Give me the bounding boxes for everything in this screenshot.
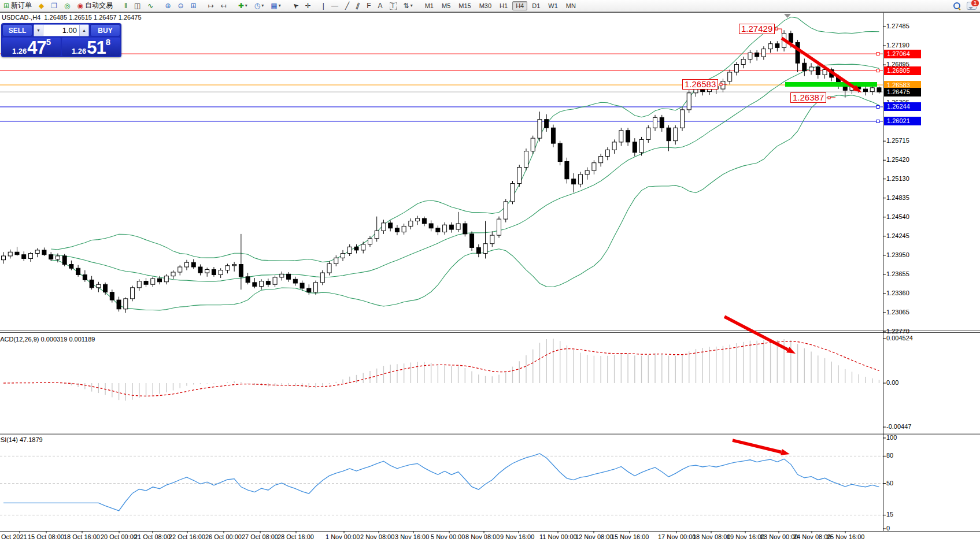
periods-dropdown-caret[interactable]: ▾: [261, 3, 264, 8]
notifications-icon[interactable]: 1: [967, 2, 977, 10]
timeframe-h4-button[interactable]: H4: [512, 1, 527, 10]
volume-decrease-button[interactable]: ▼: [34, 25, 43, 36]
time-tick-label: 9 Nov 16:00: [500, 533, 534, 540]
rsi-tick-label: 15: [886, 511, 893, 518]
timeframe-w1-button[interactable]: W1: [545, 1, 561, 10]
price-tick-label: 1.22770: [886, 328, 909, 335]
signal-icon: ◎: [64, 2, 70, 9]
auto-trading-label: 自动交易: [85, 1, 113, 10]
price-tick-label: 1.23950: [886, 251, 909, 258]
rsi-tick-label: 0: [886, 525, 890, 532]
zoom-out-icon: ⊖: [177, 2, 183, 9]
channel-tool-icon[interactable]: ∥: [353, 0, 363, 12]
periods-icon[interactable]: ◷▾: [252, 0, 267, 12]
sell-button[interactable]: SELL: [2, 24, 32, 36]
sell-price-pips: 47: [27, 40, 46, 55]
macd-tick-label: -0.00447: [886, 423, 911, 430]
sell-price-prefix: 1.26: [12, 47, 27, 55]
tile-windows-icon[interactable]: ⊞: [188, 0, 199, 12]
time-tick-label: 21 Oct 08:00: [134, 533, 171, 540]
crosshair-icon[interactable]: ✛: [302, 0, 314, 12]
zoom-in-icon: ⊕: [165, 2, 171, 9]
timeframe-m30-button[interactable]: M30: [476, 1, 495, 10]
search-icon[interactable]: [953, 2, 961, 10]
chart-title: USDCAD-,H4 1.26485 1.26515 1.26457 1.264…: [2, 14, 142, 21]
text-tool-icon[interactable]: A: [375, 0, 385, 12]
cursor-icon[interactable]: ➤: [290, 0, 301, 12]
trendline-tool-icon[interactable]: ╱: [342, 0, 352, 12]
vertical-line-tool-icon: |: [323, 2, 324, 9]
arrows-tool-dropdown-caret[interactable]: ▾: [411, 3, 413, 8]
price-tick-label: 1.27190: [886, 42, 909, 49]
time-tick-label: 17 Nov 00:00: [658, 533, 696, 540]
new-order-icon: ⊞: [3, 2, 9, 9]
time-tick-label: 11 Nov 00:00: [539, 533, 577, 540]
templates-icon: ▦: [271, 2, 277, 9]
indicators-icon[interactable]: ✚▾: [235, 0, 250, 12]
sell-price-point: 5: [46, 39, 51, 46]
timeframe-mn-button[interactable]: MN: [563, 1, 579, 10]
chart-shift-icon[interactable]: ↤: [218, 0, 230, 12]
vertical-line-tool-icon[interactable]: |: [320, 0, 327, 12]
zoom-in-icon[interactable]: ⊕: [162, 0, 173, 12]
timeframe-d1-button[interactable]: D1: [528, 1, 543, 10]
price-annotation-flag[interactable]: 1.26387: [790, 92, 826, 103]
line-chart-type-icon[interactable]: ∿: [145, 0, 156, 12]
channel-tool-icon: ∥: [355, 2, 361, 9]
sell-price[interactable]: 1.26475: [2, 38, 61, 56]
chart-canvas[interactable]: [0, 0, 980, 542]
price-tick-label: 1.24245: [886, 232, 909, 239]
price-annotation-flag[interactable]: 1.27429: [739, 24, 775, 34]
cursor-icon: ➤: [291, 1, 300, 10]
time-tick-label: 19 Nov 16:00: [727, 533, 764, 540]
indicators-dropdown-caret[interactable]: ▾: [245, 3, 247, 8]
volume-increase-button[interactable]: ▲: [79, 25, 88, 36]
timeframe-m5-button[interactable]: M5: [438, 1, 454, 10]
time-tick-label: 3 Nov 16:00: [395, 533, 429, 540]
macd-indicator-label: MACD(12,26,9) 0.000319 0.001189: [0, 336, 95, 343]
history-icon[interactable]: ◆: [36, 0, 47, 12]
buy-price-pips: 51: [87, 40, 105, 55]
chart-shift-icon: ↤: [221, 2, 227, 9]
rsi-tick-label: 50: [886, 480, 893, 487]
arrows-tool-icon[interactable]: ⇅▾: [401, 0, 416, 12]
buy-price-point: 8: [106, 39, 110, 46]
signal-icon[interactable]: ◎: [61, 0, 73, 12]
history-icon: ◆: [39, 2, 44, 9]
toolbar-right: 1: [953, 2, 980, 10]
fibonacci-tool-icon[interactable]: F: [364, 0, 373, 12]
new-order-button[interactable]: ⊞新订单: [1, 0, 35, 12]
text-label-tool-icon[interactable]: T: [387, 0, 400, 12]
buy-price-prefix: 1.26: [72, 47, 86, 55]
bar-chart-type-icon: ‖: [124, 2, 127, 9]
level-price-badge: 1.26805: [884, 66, 921, 75]
timeframe-h1-button[interactable]: H1: [496, 1, 511, 10]
price-tick-label: 1.25420: [886, 156, 909, 163]
timeframe-toolbar: M1M5M15M30H1H4D1W1MN: [421, 1, 580, 10]
time-tick-label: 12 Nov 08:00: [575, 533, 613, 540]
volume-input[interactable]: [43, 25, 79, 36]
buy-price[interactable]: 1.26518: [62, 38, 120, 56]
templates-dropdown-caret[interactable]: ▾: [279, 3, 281, 8]
auto-scroll-icon[interactable]: ↦: [205, 0, 217, 12]
price-annotation-flag[interactable]: 1.26583: [682, 79, 718, 90]
templates-icon[interactable]: ▦▾: [268, 0, 283, 12]
buy-button[interactable]: BUY: [90, 24, 120, 36]
auto-trading-button[interactable]: ◉自动交易: [75, 0, 116, 12]
timeframe-m1-button[interactable]: M1: [421, 1, 437, 10]
tile-windows-icon: ⊞: [191, 2, 197, 9]
time-tick-label: 15 Oct 08:00: [28, 533, 64, 540]
text-label-tool-icon: T: [390, 2, 397, 10]
current-price-badge: 1.26475: [884, 88, 921, 96]
line-chart-type-icon: ∿: [147, 2, 153, 9]
horizontal-line-tool-icon[interactable]: —: [328, 0, 341, 12]
candlestick-chart-type-icon[interactable]: ◫: [131, 0, 143, 12]
chart-window-icon[interactable]: ❐: [48, 0, 60, 12]
level-price-badge: 1.26021: [884, 117, 921, 125]
zoom-out-icon[interactable]: ⊖: [175, 0, 186, 12]
time-tick-label: 2 Nov 08:00: [360, 533, 394, 540]
time-tick-label: Oct 2021: [1, 533, 27, 540]
timeframe-m15-button[interactable]: M15: [455, 1, 474, 10]
price-tick-label: 1.24835: [886, 194, 909, 201]
bar-chart-type-icon[interactable]: ‖: [121, 0, 130, 12]
